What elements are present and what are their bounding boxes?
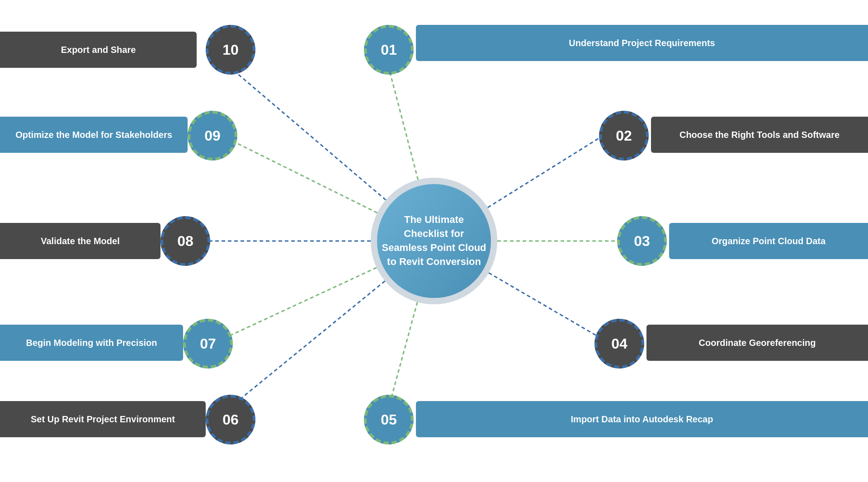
- node-circle-03: 03: [617, 216, 667, 266]
- diagram-container: The Ultimate Checklist for Seamless Poin…: [0, 0, 868, 482]
- label-bar-01: Understand Project Requirements: [416, 25, 868, 61]
- label-text-03: Organize Point Cloud Data: [712, 235, 826, 247]
- node-circle-04: 04: [594, 319, 644, 369]
- node-number-03: 03: [634, 233, 650, 250]
- label-text-07: Begin Modeling with Precision: [26, 337, 157, 349]
- node-number-01: 01: [381, 42, 397, 58]
- center-text: The Ultimate Checklist for Seamless Poin…: [377, 208, 491, 273]
- label-bar-05: Import Data into Autodesk Recap: [416, 401, 868, 437]
- label-text-01: Understand Project Requirements: [569, 37, 715, 49]
- label-bar-03: Organize Point Cloud Data: [669, 223, 868, 259]
- node-number-08: 08: [177, 233, 193, 250]
- label-text-10: Export and Share: [61, 44, 136, 56]
- node-circle-02: 02: [599, 111, 649, 161]
- node-circle-08: 08: [160, 216, 210, 266]
- node-number-06: 06: [222, 411, 239, 428]
- label-bar-10: Export and Share: [0, 32, 197, 68]
- label-text-05: Import Data into Autodesk Recap: [571, 413, 713, 425]
- node-number-09: 09: [204, 128, 221, 144]
- node-number-04: 04: [611, 336, 627, 352]
- node-circle-09: 09: [188, 111, 237, 161]
- node-number-10: 10: [222, 42, 239, 58]
- label-bar-09: Optimize the Model for Stakeholders: [0, 117, 188, 153]
- label-text-09: Optimize the Model for Stakeholders: [15, 129, 172, 141]
- label-bar-02: Choose the Right Tools and Software: [651, 117, 868, 153]
- node-circle-05: 05: [364, 395, 414, 444]
- center-circle: The Ultimate Checklist for Seamless Poin…: [371, 178, 497, 304]
- label-text-08: Validate the Model: [41, 235, 119, 247]
- node-circle-01: 01: [364, 25, 414, 75]
- label-bar-07: Begin Modeling with Precision: [0, 325, 183, 361]
- node-number-02: 02: [616, 128, 632, 144]
- node-circle-06: 06: [206, 395, 255, 444]
- label-text-02: Choose the Right Tools and Software: [679, 129, 840, 141]
- node-circle-07: 07: [183, 319, 233, 369]
- label-bar-08: Validate the Model: [0, 223, 160, 259]
- label-text-06: Set Up Revit Project Environment: [31, 413, 175, 425]
- node-number-05: 05: [381, 411, 397, 428]
- label-text-04: Coordinate Georeferencing: [699, 337, 816, 349]
- label-bar-06: Set Up Revit Project Environment: [0, 401, 206, 437]
- node-circle-10: 10: [206, 25, 255, 75]
- label-bar-04: Coordinate Georeferencing: [646, 325, 868, 361]
- node-number-07: 07: [200, 336, 216, 352]
